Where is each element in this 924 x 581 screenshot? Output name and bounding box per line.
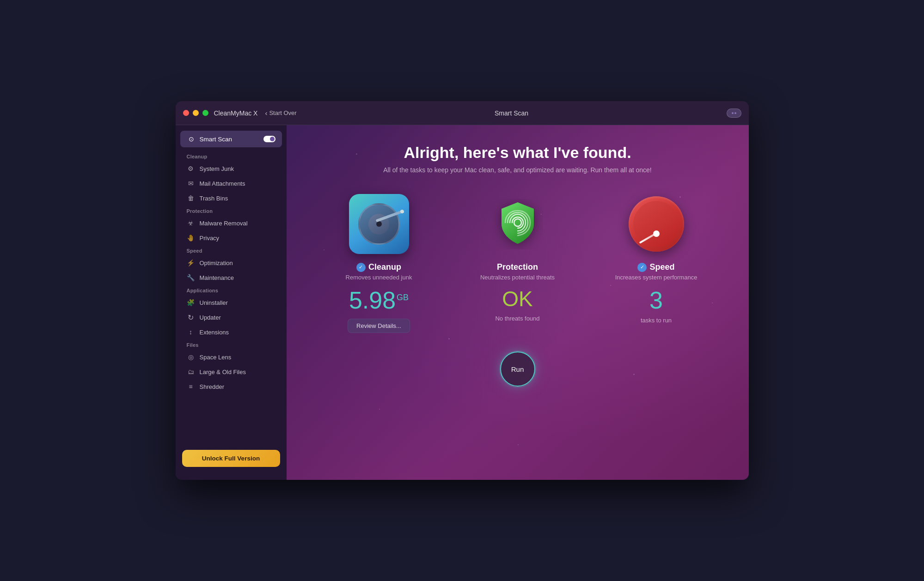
section-label-files: Files: [176, 339, 287, 350]
speed-card-value: 3: [649, 286, 663, 314]
sidebar-item-large-old-files[interactable]: 🗂 Large & Old Files: [176, 364, 287, 379]
section-label-speed: Speed: [176, 245, 287, 255]
sidebar-item-mail-attachments[interactable]: ✉ Mail Attachments: [176, 176, 287, 191]
trash-icon: 🗑: [187, 194, 195, 202]
run-button[interactable]: Run: [500, 351, 535, 387]
speed-card-tasks-label: tasks to run: [641, 317, 672, 324]
uninstaller-icon: 🧩: [187, 298, 195, 307]
speed-card-icon: [626, 194, 686, 254]
maintenance-icon: 🔧: [187, 273, 195, 282]
sidebar: ⊙ Smart Scan Cleanup ⚙ System Junk ✉ Mai…: [176, 125, 287, 480]
protection-card-icon: [488, 194, 548, 254]
titlebar: CleanMyMac X ‹ Start Over Smart Scan: [176, 101, 749, 125]
dots-icon: [732, 112, 736, 114]
unlock-full-version-button[interactable]: Unlock Full Version: [182, 450, 280, 467]
cleanup-card-icon: [349, 194, 409, 254]
sidebar-item-smart-scan[interactable]: ⊙ Smart Scan: [180, 131, 282, 147]
sidebar-item-privacy[interactable]: 🤚 Privacy: [176, 230, 287, 245]
speed-card-title: Speed: [649, 262, 674, 272]
titlebar-actions: [727, 109, 741, 118]
privacy-icon: 🤚: [187, 234, 195, 242]
system-junk-icon: ⚙: [187, 164, 195, 173]
section-label-applications: Applications: [176, 285, 287, 295]
sidebar-bottom: Unlock Full Version: [176, 442, 287, 474]
sidebar-item-extensions[interactable]: ↕ Extensions: [176, 325, 287, 339]
cleanup-card-subtitle: Removes unneeded junk: [346, 274, 412, 281]
smart-scan-icon: ⊙: [187, 134, 196, 144]
protection-card-status: No threats found: [495, 315, 539, 322]
sidebar-item-updater[interactable]: ↻ Updater: [176, 310, 287, 325]
mail-icon: ✉: [187, 179, 195, 188]
smart-scan-label: Smart Scan: [200, 136, 233, 143]
sidebar-item-uninstaller[interactable]: 🧩 Uninstaller: [176, 295, 287, 310]
protection-card-subtitle: Neutralizes potential threats: [480, 274, 555, 281]
sidebar-item-maintenance[interactable]: 🔧 Maintenance: [176, 270, 287, 285]
cleanup-card: ✓ Cleanup Removes unneeded junk 5.98GB R…: [317, 194, 441, 333]
section-label-cleanup: Cleanup: [176, 151, 287, 161]
minimize-button[interactable]: [193, 110, 199, 116]
close-button[interactable]: [183, 110, 189, 116]
content-area: Alright, here's what I've found. All of …: [287, 125, 749, 480]
cleanup-check-icon: ✓: [356, 263, 366, 272]
shield-icon: [488, 194, 548, 254]
main-heading: Alright, here's what I've found.: [404, 144, 631, 162]
sidebar-item-optimization[interactable]: ⚡ Optimization: [176, 255, 287, 270]
disk-icon: [349, 194, 409, 254]
malware-icon: ☣: [187, 219, 195, 227]
sidebar-item-space-lens[interactable]: ◎ Space Lens: [176, 350, 287, 364]
fullscreen-button[interactable]: [202, 110, 208, 116]
main-content: ⊙ Smart Scan Cleanup ⚙ System Junk ✉ Mai…: [176, 125, 749, 480]
sub-heading: All of the tasks to keep your Mac clean,…: [383, 166, 652, 174]
updater-icon: ↻: [187, 313, 195, 321]
cleanup-card-value: 5.98GB: [349, 286, 409, 314]
traffic-lights: [183, 110, 208, 116]
shredder-icon: ≡: [187, 382, 195, 391]
speed-check-icon: ✓: [637, 263, 647, 272]
app-window: CleanMyMac X ‹ Start Over Smart Scan ⊙ S…: [176, 101, 749, 480]
gauge-icon: [626, 194, 686, 254]
section-label-protection: Protection: [176, 206, 287, 216]
review-details-button[interactable]: Review Details...: [348, 319, 410, 333]
back-button[interactable]: ‹ Start Over: [265, 109, 296, 117]
window-title: Smart Scan: [297, 109, 727, 117]
large-files-icon: 🗂: [187, 368, 195, 376]
cleanup-card-title: Cleanup: [368, 262, 401, 272]
sidebar-item-malware-removal[interactable]: ☣ Malware Removal: [176, 216, 287, 230]
protection-card-value: OK: [502, 286, 532, 311]
protection-card-title: Protection: [497, 262, 538, 272]
sidebar-item-shredder[interactable]: ≡ Shredder: [176, 379, 287, 394]
protection-card: Protection Neutralizes potential threats…: [455, 194, 580, 333]
sidebar-item-trash-bins[interactable]: 🗑 Trash Bins: [176, 191, 287, 206]
smart-scan-toggle[interactable]: [263, 136, 275, 142]
extensions-icon: ↕: [187, 328, 195, 336]
space-lens-icon: ◎: [187, 353, 195, 361]
cards-row: ✓ Cleanup Removes unneeded junk 5.98GB R…: [317, 194, 719, 333]
profile-button[interactable]: [727, 109, 741, 118]
speed-card: ✓ Speed Increases system performance 3 t…: [594, 194, 719, 333]
optimization-icon: ⚡: [187, 259, 195, 267]
app-title: CleanMyMac X: [214, 109, 258, 117]
speed-card-subtitle: Increases system performance: [615, 274, 698, 281]
sidebar-item-system-junk[interactable]: ⚙ System Junk: [176, 161, 287, 176]
chevron-left-icon: ‹: [265, 109, 267, 117]
